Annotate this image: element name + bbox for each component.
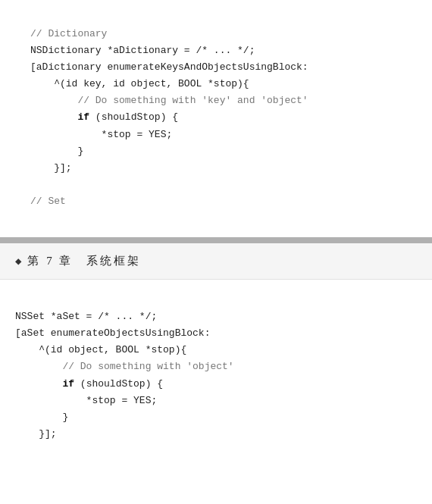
code-line: ^(id object, BOOL *stop){ (15, 342, 417, 358)
code-line: // Do something with 'key' and 'object' (30, 92, 402, 109)
code-line: // Dictionary (30, 26, 402, 42)
code-line: *stop = YES; (30, 127, 402, 143)
top-code-block: // Dictionary NSDictionary *aDictionary … (15, 14, 417, 222)
code-line: } (30, 143, 402, 160)
code-line: // Set (30, 193, 402, 210)
code-line: [aSet enumerateObjectsUsingBlock: (15, 325, 417, 342)
code-line: if (shouldStop) { (15, 376, 417, 393)
code-line: if (shouldStop) { (30, 109, 402, 126)
bottom-section: ◆ 第 7 章 系统框架 NSSet *aSet = /* ... */; [a… (0, 243, 432, 455)
code-line: [aDictionary enumerateKeysAndObjectsUsin… (30, 59, 402, 76)
code-line: *stop = YES; (15, 393, 417, 409)
section-divider (0, 237, 432, 243)
code-line: NSSet *aSet = /* ... */; (15, 308, 417, 325)
top-code-section: // Dictionary NSDictionary *aDictionary … (0, 0, 432, 237)
code-line: // Do something with 'object' (15, 358, 417, 375)
code-line: ^(id key, id object, BOOL *stop){ (30, 76, 402, 92)
code-line (15, 292, 417, 308)
bottom-code-block: NSSet *aSet = /* ... */; [aSet enumerate… (0, 280, 432, 455)
code-line: NSDictionary *aDictionary = /* ... */; (30, 42, 402, 59)
chapter-arrow-icon: ◆ (15, 255, 21, 268)
chapter-header: ◆ 第 7 章 系统框架 (0, 243, 432, 280)
chapter-title: 第 7 章 系统框架 (27, 254, 141, 268)
code-line: }]; (15, 426, 417, 443)
code-line: } (15, 409, 417, 426)
code-line (30, 177, 402, 193)
code-line: }]; (30, 160, 402, 177)
